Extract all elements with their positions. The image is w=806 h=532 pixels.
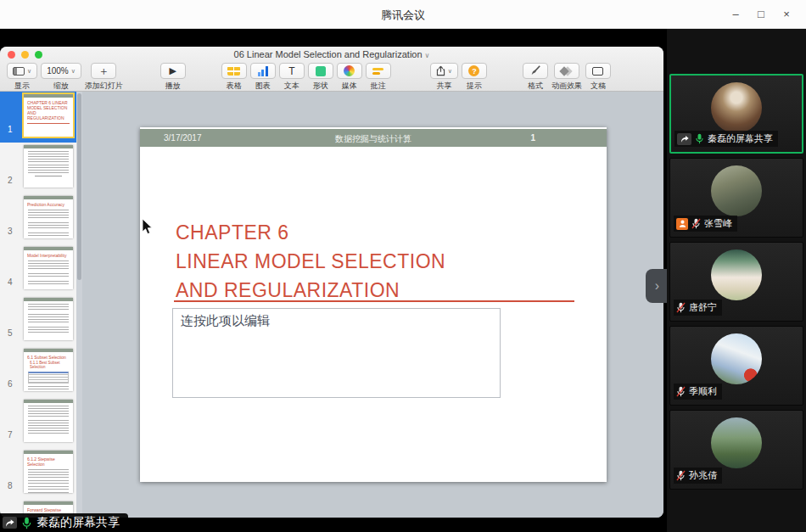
- participant-tile-sharing[interactable]: 秦磊的屏幕共享: [669, 74, 803, 154]
- meeting-title: 腾讯会议: [0, 8, 806, 23]
- thumbnail-slide-4[interactable]: 4 Model Interpretability: [0, 244, 82, 295]
- thumbnail-card: 6.1 Subset Selection 6.1.1 Best Subset S…: [24, 349, 73, 391]
- participant-tile[interactable]: 季顺利: [669, 326, 803, 406]
- slide-thumbnail-panel: 1 CHAPTER 6 LINEAR MODEL SELECTION AND R…: [0, 92, 82, 518]
- microphone-muted-icon: [676, 386, 686, 397]
- shape-icon: [316, 66, 326, 76]
- thumbnail-slide-3[interactable]: 3 Prediction Accuracy: [0, 193, 82, 244]
- screen-share-icon: [677, 133, 691, 145]
- animate-button[interactable]: 动画效果: [551, 63, 582, 92]
- screen-share-icon: [3, 517, 17, 529]
- document-panel-button[interactable]: 文稿: [585, 63, 611, 92]
- participant-label: 张雪峰: [674, 216, 737, 232]
- comment-button[interactable]: 批注: [366, 63, 391, 92]
- participant-tile[interactable]: 张雪峰: [669, 158, 803, 238]
- thumbnail-slide-7[interactable]: 7: [0, 397, 82, 448]
- participant-name: 唐舒宁: [689, 301, 717, 314]
- table-icon: [227, 66, 240, 76]
- meeting-titlebar: 腾讯会议 – □ ×: [0, 0, 806, 29]
- tencent-meeting-window: 腾讯会议 – □ × 06 Linear Model Selection and…: [0, 0, 806, 532]
- chevron-down-icon: ∨: [448, 68, 452, 75]
- participant-name: 张雪峰: [704, 217, 732, 230]
- play-icon: ▶: [170, 66, 176, 76]
- play-button[interactable]: ▶ 播放: [160, 63, 186, 92]
- thumbnail-card: [24, 145, 73, 188]
- shape-button[interactable]: 形状: [308, 63, 333, 92]
- slide-page-number: 1: [530, 133, 535, 143]
- avatar: [711, 417, 762, 468]
- avatar: [711, 333, 762, 384]
- thumbnail-card: Prediction Accuracy: [24, 196, 73, 238]
- thumbnail-card: [24, 400, 73, 442]
- tips-button[interactable]: ? 提示: [462, 63, 487, 92]
- participant-tile[interactable]: 孙兆倩: [669, 410, 803, 490]
- slide-title[interactable]: CHAPTER 6 LINEAR MODEL SELECTION AND REG…: [176, 218, 445, 305]
- slide-course-title: 数据挖掘与统计计算: [140, 133, 607, 145]
- traffic-lights: [8, 51, 42, 59]
- participant-name: 秦磊的屏幕共享: [708, 132, 773, 145]
- chart-button[interactable]: 图表: [250, 63, 276, 92]
- slide-header-band: 3/17/2017 数据挖掘与统计计算 1: [140, 129, 607, 147]
- plus-icon: ＋: [98, 65, 109, 76]
- thumbnail-card: Model Interpretability: [24, 247, 73, 289]
- zoom-button[interactable]: 100%∨ 缩放: [41, 63, 81, 92]
- thumbnail-slide-5[interactable]: 5: [0, 295, 82, 346]
- thumbnail-slide-2[interactable]: 2: [0, 143, 82, 193]
- tips-icon: ?: [468, 65, 479, 76]
- microphone-muted-icon: [676, 470, 686, 481]
- add-slide-button[interactable]: ＋ 添加幻灯片: [85, 63, 123, 92]
- thumbnail-slide-6[interactable]: 6 6.1 Subset Selection 6.1.1 Best Subset…: [0, 346, 82, 397]
- view-button[interactable]: ∨ 显示: [7, 63, 37, 92]
- screen-share-status-bar: 秦磊的屏幕共享: [0, 513, 128, 532]
- participant-tile[interactable]: 唐舒宁: [669, 242, 803, 322]
- keynote-window: 06 Linear Model Selection and Regulariza…: [0, 47, 663, 518]
- title-underline: [174, 300, 574, 302]
- text-icon: T: [288, 66, 294, 76]
- close-icon[interactable]: ×: [774, 8, 799, 20]
- slide-text-placeholder[interactable]: 连按此项以编辑: [172, 308, 501, 398]
- media-button[interactable]: 媒体: [337, 63, 362, 92]
- share-owner-label: 秦磊的屏幕共享: [36, 515, 120, 530]
- keynote-toolbar: ∨ 显示 100%∨ 缩放 ＋ 添加幻灯片 ▶: [0, 60, 663, 92]
- microphone-muted-icon: [676, 302, 686, 313]
- minimize-traffic-light[interactable]: [21, 51, 29, 59]
- zoom-traffic-light[interactable]: [35, 51, 42, 59]
- view-icon: [13, 67, 25, 76]
- participant-label: 秦磊的屏幕共享: [674, 131, 778, 147]
- minimize-icon[interactable]: –: [723, 8, 748, 20]
- slide-canvas: 3/17/2017 数据挖掘与统计计算 1 CHAPTER 6 LINEAR M…: [82, 92, 663, 518]
- animate-diamond-icon: [560, 65, 573, 76]
- chevron-down-icon: ∨: [71, 68, 76, 75]
- microphone-on-icon: [21, 517, 32, 529]
- share-icon: [436, 65, 445, 76]
- format-button[interactable]: 格式: [523, 63, 548, 92]
- avatar: [711, 82, 762, 133]
- thumbnail-scrollbar[interactable]: [76, 92, 82, 518]
- chevron-right-icon: ›: [655, 278, 659, 294]
- maximize-icon[interactable]: □: [748, 8, 774, 20]
- participant-label: 唐舒宁: [674, 300, 722, 316]
- chevron-down-icon: ∨: [27, 68, 31, 75]
- window-controls: – □ ×: [723, 0, 799, 28]
- media-icon: [344, 65, 355, 76]
- microphone-muted-icon: [691, 218, 701, 229]
- participant-label: 季顺利: [674, 384, 722, 400]
- thumbnail-slide-1[interactable]: 1 CHAPTER 6 LINEAR MODEL SELECTION AND R…: [0, 92, 82, 143]
- text-button[interactable]: T 文本: [279, 63, 305, 92]
- thumbnail-card: CHAPTER 6 LINEAR MODEL SELECTION AND REG…: [24, 94, 73, 137]
- shared-screen-stage: 06 Linear Model Selection and Regulariza…: [0, 29, 806, 532]
- thumbnail-card: 6.1.2 Stepwise Selection: [24, 451, 73, 493]
- title-chevron-icon[interactable]: ∨: [425, 52, 430, 59]
- table-button[interactable]: 表格: [221, 63, 247, 92]
- participant-name: 孙兆倩: [689, 469, 717, 482]
- thumbnail-card: [24, 298, 73, 340]
- close-traffic-light[interactable]: [8, 51, 15, 59]
- comment-icon: [372, 68, 383, 75]
- zoom-value: 100%: [47, 66, 69, 76]
- format-brush-icon: [529, 65, 540, 76]
- sidebar-collapse-tab[interactable]: ›: [646, 269, 669, 303]
- avatar: [711, 249, 762, 300]
- participants-sidebar: 秦磊的屏幕共享 张雪峰: [667, 29, 806, 532]
- share-button[interactable]: ∨ 共享: [430, 63, 458, 92]
- thumbnail-slide-8[interactable]: 8 6.1.2 Stepwise Selection: [0, 448, 82, 499]
